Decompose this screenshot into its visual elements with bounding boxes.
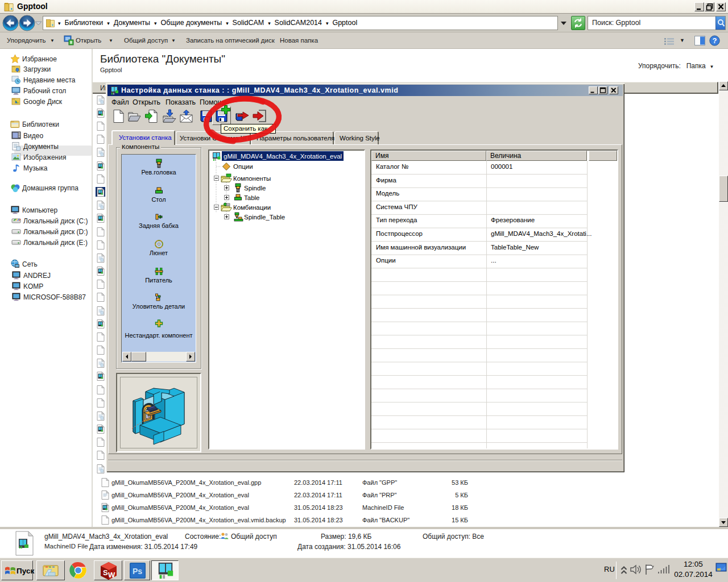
- svg-text:S: S: [103, 568, 108, 577]
- svg-text:?: ?: [713, 36, 717, 45]
- svg-text:Ps: Ps: [133, 567, 142, 576]
- svg-text:W: W: [108, 571, 115, 579]
